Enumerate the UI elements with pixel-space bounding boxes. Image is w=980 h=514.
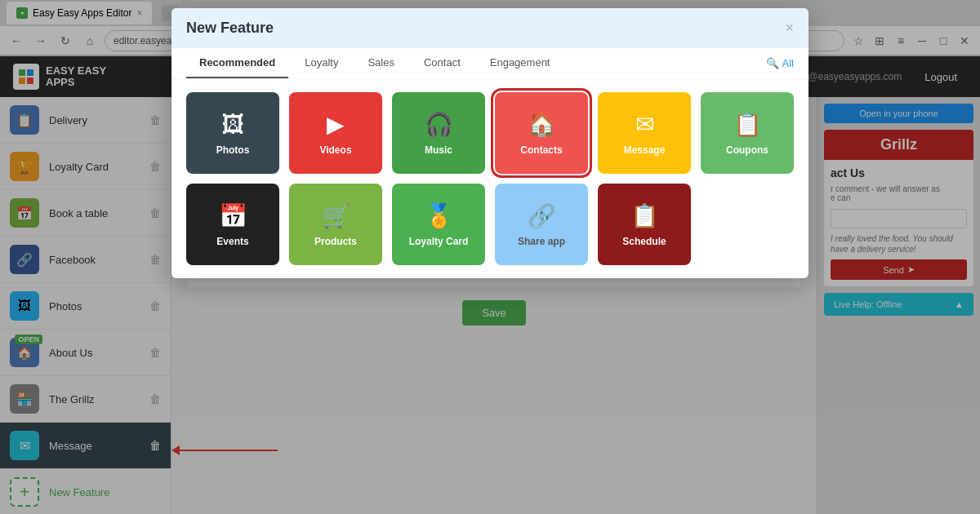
feature-videos[interactable]: ▶ Videos: [289, 92, 382, 174]
loyalty-card-label: Loyalty Card: [409, 236, 469, 247]
modal-tabs: Recommended Loyalty Sales Contact Engage…: [172, 48, 808, 79]
feature-products[interactable]: 🛒 Products: [289, 184, 382, 265]
music-card-icon: 🎧: [425, 111, 453, 138]
share-app-card-icon: 🔗: [528, 202, 556, 229]
feature-coupons[interactable]: 📋 Coupons: [701, 92, 794, 174]
coupons-card-label: Coupons: [726, 144, 768, 156]
modal-header: New Feature ×: [172, 8, 808, 48]
tab-contact[interactable]: Contact: [411, 48, 474, 78]
search-icon: 🔍: [766, 57, 779, 69]
modal-overlay: New Feature × Recommended Loyalty Sales …: [0, 0, 980, 514]
main-area: 📋 Delivery 🗑 🏆 Loyalty Card 🗑 📅 Book a t…: [0, 97, 980, 514]
events-card-icon: 📅: [219, 202, 247, 229]
feature-schedule[interactable]: 📋 Schedule: [598, 184, 691, 265]
schedule-card-label: Schedule: [622, 236, 666, 247]
feature-share-app[interactable]: 🔗 Share app: [495, 184, 588, 265]
tab-loyalty[interactable]: Loyalty: [292, 48, 351, 78]
features-grid: 🖼 Photos ▶ Videos 🎧 Music 🏠 Contacts ✉: [172, 79, 808, 278]
schedule-card-icon: 📋: [630, 202, 659, 229]
contacts-card-icon: 🏠: [528, 111, 556, 138]
feature-music[interactable]: 🎧 Music: [392, 92, 485, 174]
tab-recommended[interactable]: Recommended: [186, 48, 288, 78]
feature-events[interactable]: 📅 Events: [186, 184, 279, 265]
message-card-label: Message: [624, 144, 666, 156]
search-all-button[interactable]: 🔍 All: [766, 57, 794, 69]
modal-title: New Feature: [186, 20, 274, 37]
products-card-icon: 🛒: [322, 202, 350, 229]
products-card-label: Products: [314, 236, 357, 247]
contacts-card-label: Contacts: [520, 144, 562, 156]
events-card-label: Events: [216, 236, 248, 247]
videos-card-icon: ▶: [327, 111, 345, 138]
new-feature-modal: New Feature × Recommended Loyalty Sales …: [172, 8, 808, 278]
feature-loyalty-card[interactable]: 🏅 Loyalty Card: [392, 184, 485, 265]
tab-engagement[interactable]: Engagement: [477, 48, 564, 78]
feature-message[interactable]: ✉ Message: [598, 92, 691, 174]
coupons-card-icon: 📋: [733, 111, 762, 138]
videos-card-label: Videos: [319, 144, 351, 156]
share-app-card-label: Share app: [518, 236, 565, 247]
feature-contacts[interactable]: 🏠 Contacts: [495, 92, 588, 174]
photos-card-label: Photos: [216, 144, 250, 156]
music-card-label: Music: [425, 144, 452, 156]
tab-sales[interactable]: Sales: [354, 48, 408, 78]
message-card-icon: ✉: [635, 111, 654, 138]
feature-photos[interactable]: 🖼 Photos: [186, 92, 279, 174]
photos-card-icon: 🖼: [221, 111, 244, 138]
loyalty-card-icon: 🏅: [425, 202, 453, 229]
modal-close-button[interactable]: ×: [785, 20, 794, 37]
all-label: All: [782, 57, 794, 69]
